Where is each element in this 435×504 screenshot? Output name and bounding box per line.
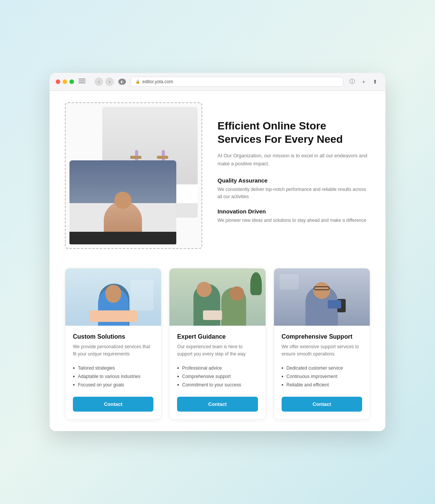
bg-element-3 [280, 274, 299, 289]
laptop-1 [89, 310, 137, 322]
card-3-contact-button[interactable]: Contact [282, 397, 362, 412]
forward-button[interactable]: › [105, 78, 114, 86]
card-2-list: Professional advice Comprehensive suppor… [177, 364, 258, 389]
person-head-2a [197, 282, 212, 297]
share-button[interactable]: ⬆ [371, 78, 379, 86]
minimize-button[interactable] [63, 79, 67, 84]
favicon: ◐ [118, 79, 126, 85]
feature-quality-desc: We consistently deliver top-notch perfor… [218, 186, 370, 200]
card-3-image [274, 268, 370, 326]
hero-section: FG-<!--@CC<<T6>:!F 2017 277 [65, 102, 370, 249]
feature-innovation-desc: We pioneer new ideas and solutions to st… [218, 217, 370, 224]
hero-description: At Our Organization, our mission is to e… [218, 152, 370, 168]
browser-content: FG-<!--@CC<<T6>:!F 2017 277 [50, 91, 385, 431]
feature-quality-title: Quality Assurance [218, 177, 370, 184]
bg-element-1 [130, 280, 153, 310]
card-2-description: Our experienced team is here to support … [177, 343, 258, 358]
browser-nav: ‹ › [95, 78, 114, 86]
hero-image-container: FG-<!--@CC<<T6>:!F 2017 277 [65, 102, 202, 249]
browser-bar: ‹ › ◐ 🔒 editor.yola.com ⓘ + ⬆ [50, 73, 385, 91]
card-2-image [169, 268, 265, 326]
card-3-list-item-1: Continuous improvement [282, 372, 362, 381]
info-button[interactable]: ⓘ [348, 78, 356, 86]
person-head-1 [105, 285, 121, 301]
sidebar-toggle[interactable] [79, 79, 87, 85]
laptop-keyboard [69, 232, 176, 244]
card-2-body: Expert Guidance Our experienced team is … [169, 326, 265, 419]
card-3-list: Dedicated customer service Continuous im… [282, 364, 362, 389]
card-3-description: We offer extensive support services to e… [282, 343, 362, 358]
person-head-3 [313, 282, 330, 299]
cards-section: Custom Solutions We provide personalized… [65, 268, 370, 420]
plant [250, 272, 262, 295]
card-2-title: Expert Guidance [177, 333, 258, 340]
maximize-button[interactable] [69, 79, 74, 84]
card-1-title: Custom Solutions [73, 333, 153, 340]
card-custom-solutions: Custom Solutions We provide personalized… [65, 268, 161, 420]
url-text: editor.yola.com [142, 79, 173, 84]
card-2-contact-button[interactable]: Contact [177, 397, 258, 412]
card-1-list-item-2: Focused on your goals [73, 381, 153, 389]
laptop-screen-area [69, 160, 176, 232]
person-head-2b [230, 286, 244, 301]
back-button[interactable]: ‹ [95, 78, 103, 86]
card-1-body: Custom Solutions We provide personalized… [65, 326, 161, 419]
browser-window: ‹ › ◐ 🔒 editor.yola.com ⓘ + ⬆ [50, 73, 385, 431]
credit-card [328, 300, 341, 309]
card-1-list: Tailored strategies Adaptable to various… [73, 364, 153, 389]
feature-innovation-title: Innovation Driven [218, 208, 370, 215]
card-1-contact-button[interactable]: Contact [73, 397, 153, 412]
image-stack: FG-<!--@CC<<T6>:!F 2017 277 [69, 107, 198, 244]
card-3-list-item-0: Dedicated customer service [282, 364, 362, 372]
address-bar[interactable]: 🔒 editor.yola.com [130, 77, 343, 87]
add-tab-button[interactable]: + [359, 78, 368, 86]
hero-text: Efficient Online Store Services For Ever… [218, 119, 370, 232]
hero-title: Efficient Online Store Services For Ever… [218, 119, 370, 146]
glasses [314, 286, 330, 290]
card-2-list-item-1: Comprehensive support [177, 372, 258, 381]
browser-actions: ⓘ + ⬆ [348, 78, 379, 86]
close-button[interactable] [56, 79, 60, 84]
card-expert-guidance: Expert Guidance Our experienced team is … [169, 268, 266, 420]
feature-innovation: Innovation Driven We pioneer new ideas a… [218, 208, 370, 224]
card-1-description: We provide personalized services that fi… [73, 343, 153, 358]
lock-icon: 🔒 [135, 79, 140, 84]
laptop-image [69, 160, 176, 244]
feature-quality: Quality Assurance We consistently delive… [218, 177, 370, 200]
shared-laptop [203, 310, 222, 320]
card-2-list-item-0: Professional advice [177, 364, 258, 372]
card-3-list-item-2: Reliable and efficient [282, 381, 362, 389]
image-dashed-border: FG-<!--@CC<<T6>:!F 2017 277 [65, 102, 202, 249]
card-comprehensive-support: Comprehensive Support We offer extensive… [274, 268, 370, 420]
card-1-image [65, 268, 161, 326]
card-3-title: Comprehensive Support [282, 333, 362, 340]
screen-person [104, 201, 142, 232]
traffic-lights [56, 79, 74, 84]
card-2-list-item-2: Commitment to your success [177, 381, 258, 389]
card-1-list-item-0: Tailored strategies [73, 364, 153, 372]
card-3-body: Comprehensive Support We offer extensive… [274, 326, 370, 419]
card-1-list-item-1: Adaptable to various industries [73, 372, 153, 381]
